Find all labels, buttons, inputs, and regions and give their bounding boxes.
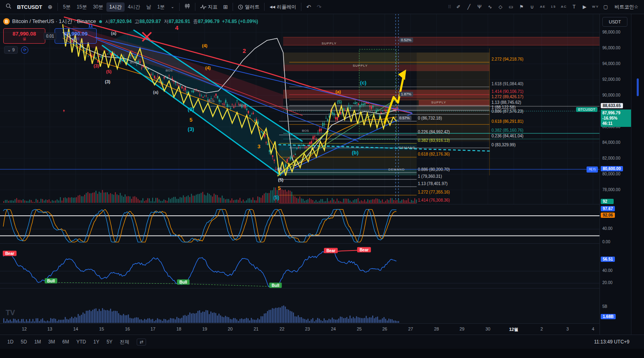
rhombus-tool-icon[interactable]: ◇ (495, 0, 506, 14)
top-toolbar: BTCUSDT ⊕ 5분15분30분1시간4시간날1분 ⌄ 지표 ⊞ 얼러트 ◀… (0, 0, 644, 14)
divider (233, 3, 233, 11)
time-axis-label: 30 (485, 326, 490, 331)
timeframe-group: 5분15분30분1시간4시간날1분 (60, 2, 167, 12)
range-3M[interactable]: 3M (45, 338, 58, 346)
object-count-chip[interactable]: ⌄ 9 (4, 46, 18, 54)
sync-refresh-icon[interactable]: ⟳ (21, 46, 28, 54)
replay-label: 리플레이 (277, 4, 296, 11)
watchlist-button[interactable]: 비트코인☆ (611, 4, 642, 11)
time-axis[interactable]: 1213141516171819202122232425262728293012… (0, 323, 600, 335)
range-1D[interactable]: 1D (4, 338, 17, 346)
change-value: +74.85 (+0.09%) (222, 19, 258, 24)
main-price-chart[interactable]: B Bitcoin / TetherUS · 1시간 · Binance 시87… (0, 14, 600, 204)
wave-line-tool-icon[interactable]: ∿ (485, 0, 495, 14)
timeframe-5분[interactable]: 5분 (60, 2, 74, 12)
wave-label: 5 (189, 117, 192, 123)
ohlc-item: 저87,826.91 (164, 18, 190, 25)
price-tick: 98,000.00 (602, 30, 621, 34)
buy-price: 87,990.09 (64, 31, 88, 37)
right-edge-strip (631, 14, 644, 335)
panel-toggle-icon[interactable]: ▢ (600, 0, 611, 14)
timeframe-1시간[interactable]: 1시간 (106, 2, 125, 12)
time-axis-label: 4 (592, 326, 594, 331)
chart-title[interactable]: Bitcoin / TetherUS · 1시간 · Binance (12, 18, 96, 25)
ohlc-item: 고88,029.87 (135, 18, 161, 25)
ohlc-row: 시87,920.94고88,029.87저87,826.91종87,996.79 (105, 18, 220, 25)
elliott-15-tool-icon[interactable]: 1 5 (548, 0, 558, 14)
fib-level-label: 0 (86,732.18) (418, 116, 442, 120)
elliott-ac-tool-icon[interactable]: A C (558, 0, 569, 14)
time-axis-label: 27 (408, 326, 413, 331)
time-axis-label: 12 (22, 326, 27, 331)
price-tick: 78,000.00 (602, 187, 621, 192)
layout-grid-icon[interactable]: ⊞ (221, 0, 231, 14)
alerts-button[interactable]: 얼러트 (235, 4, 262, 11)
range-1Y[interactable]: 1Y (90, 338, 103, 346)
time-axis-label: 17 (150, 326, 155, 331)
time-axis-label: 14 (73, 326, 78, 331)
timeframe-30분[interactable]: 30분 (90, 2, 106, 12)
time-axis-label: 13 (47, 326, 52, 331)
wave-label: BOS (302, 129, 309, 133)
chart-style-icon[interactable] (182, 0, 193, 14)
compare-add-icon[interactable]: ⊕ (45, 0, 55, 14)
time-axis-label: 21 (254, 326, 258, 331)
elliott-ae-tool-icon[interactable]: A E (537, 0, 548, 14)
current-price: 87,996.79 (602, 110, 631, 116)
replay-rewind-icon: ◀◀ (269, 5, 275, 9)
range-YTD[interactable]: YTD (73, 338, 89, 346)
redo-icon[interactable]: ↷ (314, 0, 324, 14)
volume-panel[interactable]: TV (0, 288, 600, 324)
symbol-button[interactable]: BTCUSDT (15, 4, 44, 10)
magnet-tool-icon[interactable]: ∪ (527, 0, 537, 14)
volume-value-badge: 1.68B (601, 314, 616, 319)
text-tool-icon[interactable]: T (569, 0, 579, 14)
percent-badge: 0.57% (398, 116, 411, 120)
bear-bull-panel[interactable]: BearBearBearBullBullBull (0, 243, 600, 289)
bearbull-value-badge: 56.51 (601, 257, 615, 262)
alert-clock-icon (238, 4, 243, 10)
flag-tool-icon[interactable]: ⚑ (516, 0, 527, 14)
chart-legend: B Bitcoin / TetherUS · 1시간 · Binance 시87… (3, 18, 258, 25)
price-scale[interactable]: USDT 98,000.0096,000.0094,000.0092,000.0… (600, 14, 631, 335)
scrollbar-handle[interactable] (637, 78, 639, 96)
range-5D[interactable]: 5D (17, 338, 30, 346)
toolbar-grip-icon[interactable]: ⠿ (446, 4, 453, 10)
go-to-date-button[interactable]: ⇄ (137, 339, 146, 345)
indicators-button[interactable]: 지표 (198, 4, 220, 11)
play-circle-tool-icon[interactable]: ▶ (579, 0, 590, 14)
wave-label: (3) (93, 63, 99, 68)
pattern-wy-tool-icon[interactable]: W Y (590, 0, 600, 14)
currency-unit-button[interactable]: USDT (602, 17, 627, 27)
timeframe-1분[interactable]: 1분 (155, 2, 168, 12)
time-axis-label: 18 (176, 326, 181, 331)
price-tick: 94,000.00 (602, 61, 621, 66)
undo-icon[interactable]: ↶ (304, 0, 314, 14)
bear-signal-badge: Bear (3, 251, 17, 256)
timeframe-15분[interactable]: 15분 (74, 2, 90, 12)
range-전체[interactable]: 전체 (117, 337, 133, 347)
sell-button[interactable]: 87,990.08 셀 (3, 28, 45, 44)
symbol-search-icon[interactable] (3, 0, 14, 14)
wave-label: (3) (105, 79, 110, 84)
wave-label: (0) (278, 167, 282, 171)
timeframe-날[interactable]: 날 (144, 2, 154, 12)
range-6M[interactable]: 6M (59, 338, 72, 346)
wave-label: BOS (165, 69, 172, 72)
stochastic-panel[interactable] (0, 204, 600, 244)
pitchfork-tool-icon[interactable]: Ψ (474, 0, 485, 14)
range-5Y[interactable]: 5Y (103, 338, 116, 346)
crosshair-pen-tool-icon[interactable]: ✐ (453, 0, 464, 14)
buy-button[interactable]: 87,990.09 바이 (55, 28, 97, 44)
price-tick: 92,000.00 (602, 77, 621, 82)
price-tick: 82,000.00 (602, 156, 621, 160)
chevron-down-icon[interactable]: ⌄ (168, 0, 176, 14)
time-axis-label: 3 (566, 326, 569, 331)
wave-label: (5) (337, 100, 342, 104)
clock-timezone-button[interactable]: 11:13:49 UTC+9 (594, 339, 644, 345)
replay-button[interactable]: ◀◀ 리플레이 (267, 4, 299, 11)
trendline-tool-icon[interactable]: ╱ (464, 0, 474, 14)
timeframe-4시간[interactable]: 4시간 (125, 2, 143, 12)
range-1M[interactable]: 1M (31, 338, 44, 346)
rectangle-tool-icon[interactable]: ▭ (506, 0, 516, 14)
